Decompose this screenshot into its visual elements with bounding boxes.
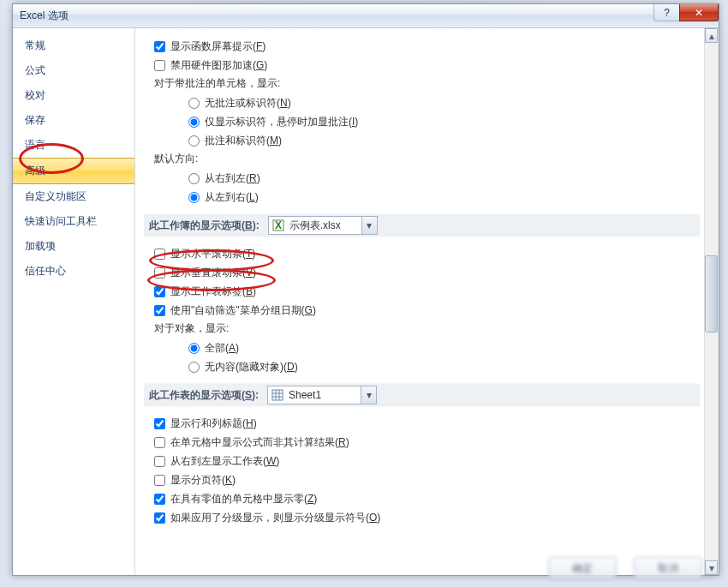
rd-no-comments[interactable] — [188, 98, 200, 109]
sidebar-item-quick-access[interactable]: 快速访问工具栏 — [13, 209, 134, 234]
cancel-button[interactable]: 取消 — [634, 557, 702, 579]
lbl-objects-all: 全部(A) — [205, 341, 239, 356]
workbook-section-label: 此工作簿的显示选项(B): — [149, 219, 260, 233]
lbl-comments-and-indicator: 批注和标识符(M) — [205, 134, 282, 148]
rd-objects-none[interactable] — [188, 362, 200, 373]
sidebar-item-trust-center[interactable]: 信任中心 — [13, 259, 134, 284]
comments-header: 对于带批注的单元格，显示: — [144, 76, 700, 91]
rd-objects-all[interactable] — [188, 343, 200, 354]
sidebar-item-save[interactable]: 保存 — [13, 108, 134, 133]
lbl-no-comments: 无批注或标识符(N) — [205, 96, 291, 111]
chk-disable-hw-accel[interactable] — [154, 60, 165, 71]
sidebar-item-customize-ribbon[interactable]: 自定义功能区 — [13, 184, 134, 209]
vertical-scrollbar[interactable]: ▴ ▾ — [704, 28, 719, 575]
titlebar[interactable]: Excel 选项 ? ✕ — [13, 4, 719, 28]
worksheet-section-label: 此工作表的显示选项(S): — [149, 388, 259, 403]
lbl-function-tooltip: 显示函数屏幕提示(F) — [170, 39, 266, 54]
sidebar-item-language[interactable]: 语言 — [13, 133, 134, 158]
sidebar-item-advanced[interactable]: 高级 — [13, 158, 134, 184]
options-dialog: Excel 选项 ? ✕ 常规 公式 校对 保存 语言 高级 自定义功能区 快速… — [12, 3, 719, 576]
chevron-down-icon: ▾ — [361, 386, 376, 404]
sidebar-item-general[interactable]: 常规 — [13, 33, 134, 58]
worksheet-combo[interactable]: Sheet1 ▾ — [267, 386, 377, 404]
chk-page-breaks[interactable] — [154, 475, 165, 486]
worksheet-combo-value: Sheet1 — [287, 389, 361, 401]
lbl-vscroll: 显示垂直滚动条(V) — [170, 266, 256, 280]
chk-show-formulas[interactable] — [154, 437, 165, 448]
chk-vscroll[interactable] — [154, 267, 165, 279]
chk-sheet-tabs[interactable] — [154, 286, 165, 297]
chk-function-tooltip[interactable] — [154, 41, 165, 52]
lbl-show-zero: 在具有零值的单元格中显示零(Z) — [170, 492, 317, 506]
workbook-section: 此工作簿的显示选项(B): X 示例表.xlsx ▾ — [144, 213, 700, 237]
footer-buttons-blur: 确定 取消 — [480, 551, 702, 585]
rd-rtl[interactable] — [188, 173, 200, 184]
lbl-show-formulas: 在单元格中显示公式而非其计算结果(R) — [170, 435, 349, 450]
lbl-indicator-only: 仅显示标识符，悬停时加显批注(I) — [205, 115, 358, 129]
chk-row-col-headers[interactable] — [154, 418, 165, 429]
sidebar-item-addins[interactable]: 加载项 — [13, 234, 134, 259]
chk-autofilter-group-dates[interactable] — [154, 305, 165, 316]
rd-indicator-only[interactable] — [188, 117, 200, 128]
lbl-disable-hw-accel: 禁用硬件图形加速(G) — [170, 58, 267, 73]
lbl-ltr: 从左到右(L) — [205, 190, 259, 205]
lbl-hscroll: 显示水平滚动条(T) — [170, 247, 255, 261]
close-button[interactable]: ✕ — [679, 4, 719, 21]
direction-header: 默认方向: — [144, 152, 700, 166]
chk-outline-symbols[interactable] — [154, 512, 165, 524]
rd-ltr[interactable] — [188, 192, 200, 203]
svg-text:X: X — [275, 219, 282, 231]
svg-rect-2 — [272, 390, 283, 400]
content-pane: 显示函数屏幕提示(F) 禁用硬件图形加速(G) 对于带批注的单元格，显示: 无批… — [135, 28, 719, 575]
lbl-outline-symbols: 如果应用了分级显示，则显示分级显示符号(O) — [170, 511, 380, 525]
chk-rtl-sheet[interactable] — [154, 456, 165, 467]
chk-hscroll[interactable] — [154, 249, 165, 260]
sidebar-item-proofing[interactable]: 校对 — [13, 83, 134, 108]
ok-button[interactable]: 确定 — [548, 557, 617, 579]
scroll-down-icon[interactable]: ▾ — [705, 560, 718, 575]
chk-show-zero[interactable] — [154, 494, 165, 505]
workbook-combo-value: 示例表.xlsx — [288, 219, 361, 233]
workbook-combo[interactable]: X 示例表.xlsx ▾ — [268, 216, 378, 235]
dialog-title: Excel 选项 — [20, 9, 69, 23]
help-button[interactable]: ? — [653, 4, 679, 21]
scrollbar-thumb[interactable] — [705, 255, 718, 332]
lbl-page-breaks: 显示分页符(K) — [170, 473, 236, 488]
worksheet-section: 此工作表的显示选项(S): Sheet1 ▾ — [144, 383, 700, 407]
lbl-autofilter-group-dates: 使用"自动筛选"菜单分组日期(G) — [170, 303, 316, 318]
rd-comments-and-indicator[interactable] — [188, 135, 200, 147]
sidebar-item-formulas[interactable]: 公式 — [13, 58, 134, 83]
lbl-rtl: 从右到左(R) — [205, 171, 260, 186]
lbl-sheet-tabs: 显示工作表标签(B) — [170, 285, 256, 299]
worksheet-icon — [271, 388, 284, 402]
excel-file-icon: X — [272, 219, 285, 232]
lbl-row-col-headers: 显示行和列标题(H) — [170, 416, 257, 431]
objects-header: 对于对象，显示: — [144, 321, 700, 336]
scroll-up-icon[interactable]: ▴ — [705, 28, 718, 43]
lbl-rtl-sheet: 从右到左显示工作表(W) — [170, 454, 279, 469]
lbl-objects-none: 无内容(隐藏对象)(D) — [205, 360, 298, 374]
chevron-down-icon: ▾ — [361, 217, 377, 234]
sidebar: 常规 公式 校对 保存 语言 高级 自定义功能区 快速访问工具栏 加载项 信任中… — [13, 28, 135, 575]
